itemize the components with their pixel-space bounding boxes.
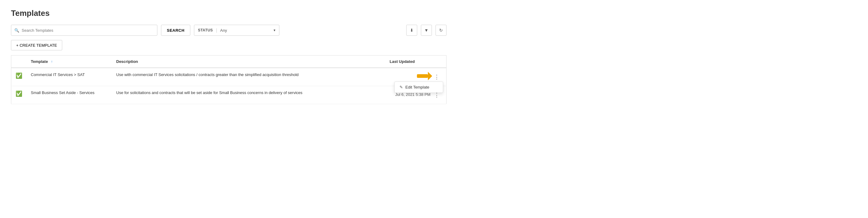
status-filter[interactable]: STATUS | Any ▾	[194, 25, 279, 36]
row1-actions-cell: ⋮ ✎ Edit Template	[385, 68, 446, 86]
dropdown-menu: ✎ Edit Template	[394, 82, 443, 93]
status-icon: ✅	[16, 91, 22, 97]
search-wrapper: 🔍	[11, 25, 157, 36]
status-label: STATUS	[198, 28, 213, 32]
templates-table: Template ↑ Description Last Updated ✅ Co…	[11, 55, 446, 104]
row1-template-name: Commercial IT Services > SAT	[27, 68, 112, 86]
row1-status-cell: ✅	[11, 68, 27, 86]
table-row: ✅ Small Business Set Aside - Services Us…	[11, 86, 446, 104]
chevron-down-icon: ▾	[274, 28, 275, 32]
three-dots-button[interactable]: ⋮	[432, 72, 442, 82]
search-button[interactable]: SEARCH	[161, 25, 190, 36]
row1-description: Use with commercial IT Services solicita…	[112, 68, 385, 86]
status-divider: |	[216, 28, 217, 33]
toolbar: 🔍 SEARCH STATUS | Any ▾ ⬇ ▼ ↻	[11, 25, 446, 36]
refresh-icon: ↻	[439, 28, 443, 33]
search-icon: 🔍	[14, 28, 19, 33]
download-button[interactable]: ⬇	[406, 25, 417, 36]
create-template-button[interactable]: + CREATE TEMPLATE	[11, 40, 62, 50]
col-header-check	[11, 56, 27, 68]
refresh-button[interactable]: ↻	[436, 25, 446, 36]
table-row: ✅ Commercial IT Services > SAT Use with …	[11, 68, 446, 86]
filter-button[interactable]: ▼	[421, 25, 432, 36]
status-value: Any	[220, 28, 271, 33]
row2-description: Use for solicitations and contracts that…	[112, 86, 385, 104]
row2-template-name: Small Business Set Aside - Services	[27, 86, 112, 104]
col-header-template: Template ↑	[27, 56, 112, 68]
page-title: Templates	[11, 8, 446, 18]
edit-template-label: Edit Template	[405, 85, 429, 89]
col-header-last-updated: Last Updated	[385, 56, 446, 68]
filter-icon: ▼	[424, 28, 429, 33]
arrow-badge	[417, 74, 428, 78]
search-input[interactable]	[22, 28, 154, 33]
status-icon: ✅	[16, 73, 22, 79]
row2-status-cell: ✅	[11, 86, 27, 104]
sort-icon: ↑	[51, 59, 53, 64]
edit-icon: ✎	[400, 85, 403, 89]
col-header-description: Description	[112, 56, 385, 68]
row2-last-updated: Jul 6, 2021 5:38 PM	[395, 92, 431, 97]
edit-template-item[interactable]: ✎ Edit Template	[395, 82, 443, 92]
download-icon: ⬇	[410, 28, 413, 33]
